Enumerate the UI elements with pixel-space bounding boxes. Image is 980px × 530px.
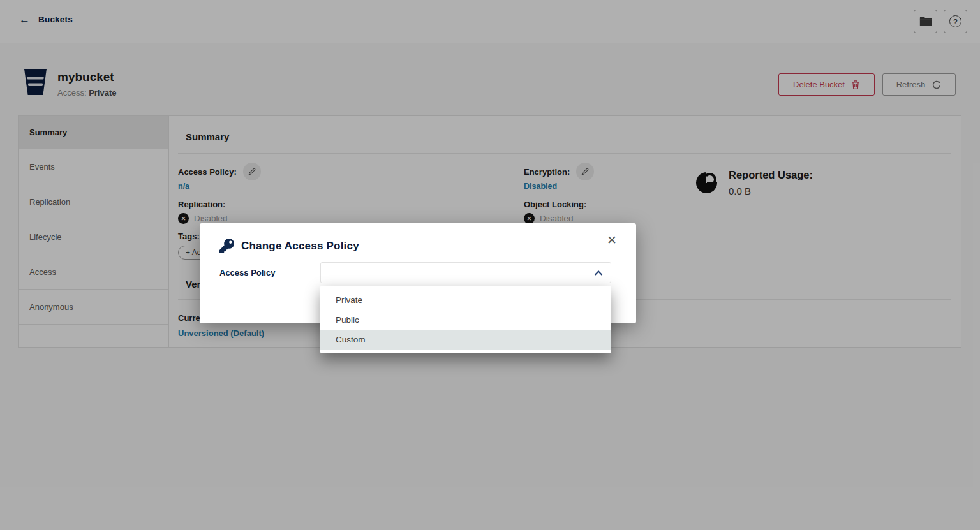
option-custom[interactable]: Custom	[320, 330, 611, 350]
option-public[interactable]: Public	[320, 310, 611, 330]
modal-title: Change Access Policy	[241, 240, 359, 253]
access-policy-dropdown: Private Public Custom	[320, 286, 611, 353]
bucket-detail-page: ← Buckets ? mybucket Access: Private Del…	[0, 0, 980, 530]
chevron-up-icon	[594, 270, 603, 276]
modal-close-button[interactable]: ✕	[604, 232, 620, 249]
option-private[interactable]: Private	[320, 290, 611, 310]
access-policy-field-label: Access Policy	[219, 268, 275, 277]
close-icon: ✕	[607, 233, 617, 247]
access-policy-select[interactable]	[320, 262, 611, 283]
key-icon	[219, 239, 234, 253]
